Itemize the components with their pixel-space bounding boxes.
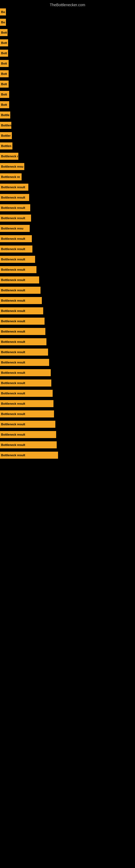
- bar-row: Bottleneck result: [0, 235, 135, 243]
- bar-label: Bott: [1, 83, 7, 86]
- bar-label: Bottleneck resu: [1, 227, 24, 230]
- result-bar: Bottleneck result: [0, 369, 51, 376]
- result-bar: Bott: [0, 91, 9, 98]
- bar-row: Bottlen: [0, 142, 135, 150]
- bar-label: Bottleneck resu: [1, 165, 24, 168]
- result-bar: Bott: [0, 50, 8, 57]
- bar-row: Bottleneck result: [0, 348, 135, 356]
- bar-row: Bottleneck result: [0, 451, 135, 460]
- result-bar: Bottleneck result: [0, 266, 37, 273]
- bar-label: Bottleneck result: [1, 196, 25, 199]
- bar-row: Bottleneck result: [0, 296, 135, 305]
- result-bar: Bottleneck result: [0, 338, 46, 345]
- site-title: TheBottlenecker.com: [0, 1, 135, 8]
- bar-label: Bottleneck result: [1, 206, 25, 209]
- result-bar: Bottleneck result: [0, 452, 58, 459]
- bar-label: Bottleneck result: [1, 216, 25, 220]
- result-bar: Bottleneck result: [0, 328, 45, 335]
- bar-row: Bottleneck result: [0, 183, 135, 191]
- bar-row: Bottleneck result: [0, 420, 135, 429]
- bar-row: Bottleneck result: [0, 430, 135, 439]
- result-bar: Bott: [0, 39, 8, 46]
- bar-label: Bottleneck result: [1, 278, 25, 282]
- result-bar: Bottleneck result: [0, 215, 31, 222]
- bar-label: Bottleneck result: [1, 289, 25, 292]
- bar-row: Bott: [0, 90, 135, 99]
- bar-row: Bottleneck result: [0, 276, 135, 284]
- bar-label: Bo: [1, 10, 5, 13]
- result-bar: Bottleneck result: [0, 359, 49, 366]
- bar-label: Bott: [1, 103, 7, 106]
- bar-label: Bottlen: [1, 144, 11, 148]
- bar-label: Bottleneck result: [1, 423, 25, 426]
- bar-row: Bott: [0, 69, 135, 78]
- result-bar: Bottleneck result: [0, 184, 28, 191]
- bar-row: Bottleneck resu: [0, 162, 135, 171]
- bar-label: Bottle: [1, 113, 9, 117]
- bar-label: Bottleneck result: [1, 443, 25, 446]
- bar-label: Bo: [1, 21, 5, 24]
- result-bar: Bott: [0, 29, 8, 36]
- result-bar: Bottleneck result: [0, 441, 57, 448]
- bar-row: Bottle: [0, 111, 135, 119]
- bar-label: Bottleneck result: [1, 299, 25, 302]
- bar-row: Bottleneck result: [0, 358, 135, 367]
- bar-row: Bottleneck result: [0, 368, 135, 377]
- result-bar: Bottleneck result: [0, 318, 45, 325]
- bar-label: Bottleneck result: [1, 330, 25, 333]
- result-bar: Bottlen: [0, 122, 11, 129]
- result-bar: Bo: [0, 19, 6, 26]
- bar-label: Bottleneck result: [1, 340, 25, 343]
- result-bar: Bottleneck result: [0, 400, 53, 407]
- result-bar: Bottleneck result: [0, 307, 43, 314]
- bar-label: Bott: [1, 72, 7, 75]
- bar-row: Bottleneck result: [0, 389, 135, 398]
- bar-label: Bottleneck result: [1, 392, 25, 395]
- bar-label: Bottleneck re: [1, 175, 20, 179]
- bar-row: Bott: [0, 80, 135, 88]
- result-bar: Bottleneck result: [0, 204, 30, 211]
- bar-label: Bottleneck result: [1, 237, 25, 240]
- bar-row: Bottleneck result: [0, 286, 135, 294]
- bar-row: Bott: [0, 28, 135, 37]
- result-bar: Bottleneck result: [0, 410, 54, 417]
- bar-label: Bottleneck r: [1, 155, 18, 158]
- bar-row: Bottleneck result: [0, 245, 135, 253]
- bar-label: Bottleneck result: [1, 186, 25, 189]
- bar-row: Bottleneck result: [0, 410, 135, 418]
- bar-label: Bott: [1, 62, 7, 65]
- bar-row: Bottler: [0, 131, 135, 140]
- result-bar: Bott: [0, 101, 9, 108]
- bar-row: Bottleneck result: [0, 204, 135, 212]
- bar-label: Bottleneck result: [1, 361, 25, 364]
- bar-label: Bottleneck result: [1, 350, 25, 354]
- bar-row: Bottlen: [0, 121, 135, 130]
- bar-label: Bottleneck result: [1, 247, 25, 251]
- result-bar: Bott: [0, 81, 9, 88]
- bar-label: Bott: [1, 93, 7, 96]
- result-bar: Bottleneck result: [0, 287, 41, 294]
- result-bar: Bottleneck result: [0, 421, 55, 428]
- bar-label: Bott: [1, 52, 7, 55]
- result-bar: Bottlen: [0, 143, 12, 150]
- result-bar: Bott: [0, 60, 9, 67]
- bar-row: Bottleneck result: [0, 255, 135, 264]
- bar-row: Bottleneck result: [0, 327, 135, 336]
- bar-row: Bottleneck result: [0, 379, 135, 388]
- bar-label: Bottleneck result: [1, 319, 25, 323]
- bar-label: Bottleneck result: [1, 433, 25, 436]
- bar-label: Bottlen: [1, 124, 11, 127]
- bar-row: Bottleneck result: [0, 214, 135, 222]
- result-bar: Bottleneck result: [0, 235, 32, 242]
- result-bar: Bo: [0, 8, 6, 16]
- bar-row: Bottleneck result: [0, 399, 135, 408]
- result-bar: Bottleneck r: [0, 153, 18, 160]
- result-bar: Bottleneck result: [0, 431, 56, 438]
- bar-row: Bo: [0, 8, 135, 16]
- bar-label: Bottleneck result: [1, 371, 25, 374]
- bar-label: Bottleneck result: [1, 454, 25, 457]
- result-bar: Bottleneck result: [0, 194, 29, 201]
- bar-label: Bottleneck result: [1, 381, 25, 384]
- result-bar: Bottleneck resu: [0, 163, 24, 170]
- bar-row: Bo: [0, 18, 135, 27]
